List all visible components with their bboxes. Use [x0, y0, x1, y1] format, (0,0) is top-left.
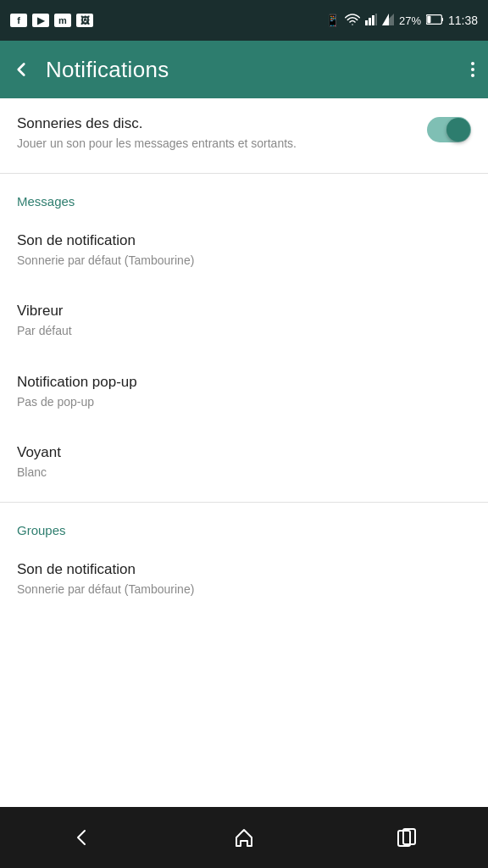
signal-icon	[365, 14, 377, 28]
dot2	[471, 68, 474, 71]
svg-rect-8	[427, 16, 430, 23]
vibreur-row[interactable]: Vibreur Par défaut	[0, 286, 488, 357]
battery-percentage: 27%	[399, 14, 421, 27]
signal2-icon	[382, 14, 394, 28]
voyant-text: Voyant Blanc	[17, 444, 471, 481]
bottom-nav	[0, 807, 488, 868]
back-button[interactable]	[10, 58, 32, 81]
status-bar-left: f ▶ m 🖼	[10, 14, 93, 27]
back-nav-button[interactable]	[56, 816, 107, 859]
notification-popup-title: Notification pop-up	[17, 374, 461, 391]
voyant-subtitle: Blanc	[17, 465, 461, 481]
dot1	[471, 62, 474, 65]
sonneries-title: Sonneries des disc.	[17, 115, 417, 132]
divider-1	[0, 173, 488, 174]
sonneries-text: Sonneries des disc. Jouer un son pour le…	[17, 115, 427, 153]
messages-son-row[interactable]: Son de notification Sonnerie par défaut …	[0, 215, 488, 287]
svg-marker-5	[382, 14, 389, 25]
groupes-section-header: Groupes	[0, 506, 488, 544]
groupes-son-title: Son de notification	[17, 561, 461, 578]
phone-icon: 📱	[325, 14, 340, 27]
battery-icon	[426, 14, 443, 27]
status-bar-right: 📱 27% 11:38	[325, 14, 478, 28]
divider-2	[0, 502, 488, 503]
youtube-icon: ▶	[32, 14, 49, 27]
messages-son-title: Son de notification	[17, 232, 461, 249]
home-nav-button[interactable]	[219, 816, 269, 859]
groupes-son-subtitle: Sonnerie par défaut (Tambourine)	[17, 581, 461, 598]
facebook-icon: f	[10, 14, 27, 27]
page-title: Notifications	[46, 57, 454, 83]
toggle-track	[427, 117, 471, 142]
messenger-icon: m	[54, 14, 71, 27]
messages-son-subtitle: Sonnerie par défaut (Tambourine)	[17, 253, 461, 270]
recents-nav-button[interactable]	[381, 816, 432, 859]
toggle-thumb	[446, 118, 470, 142]
voyant-title: Voyant	[17, 444, 461, 461]
svg-rect-7	[441, 18, 443, 21]
settings-content: Sonneries des disc. Jouer un son pour le…	[0, 98, 488, 807]
vibreur-title: Vibreur	[17, 303, 461, 320]
groupes-son-text: Son de notification Sonnerie par défaut …	[17, 561, 471, 598]
svg-rect-0	[365, 20, 368, 25]
notification-popup-text: Notification pop-up Pas de pop-up	[17, 374, 471, 411]
more-options-button[interactable]	[468, 58, 478, 81]
notification-popup-row[interactable]: Notification pop-up Pas de pop-up	[0, 357, 488, 428]
dot3	[471, 74, 474, 77]
svg-rect-3	[375, 14, 377, 25]
svg-rect-2	[372, 15, 374, 25]
sonneries-subtitle: Jouer un son pour les messages entrants …	[17, 136, 417, 153]
sonneries-row: Sonneries des disc. Jouer un son pour le…	[0, 98, 488, 170]
sonneries-toggle[interactable]	[427, 117, 471, 142]
wifi-icon	[345, 14, 360, 28]
svg-rect-1	[369, 18, 371, 25]
status-bar: f ▶ m 🖼 📱 27% 11:38	[0, 0, 488, 41]
messages-son-text: Son de notification Sonnerie par défaut …	[17, 232, 471, 270]
time-display: 11:38	[448, 14, 478, 27]
vibreur-subtitle: Par défaut	[17, 323, 461, 340]
app-bar: Notifications	[0, 41, 488, 98]
voyant-row[interactable]: Voyant Blanc	[0, 427, 488, 498]
messages-section-header: Messages	[0, 177, 488, 215]
groupes-son-row[interactable]: Son de notification Sonnerie par défaut …	[0, 544, 488, 615]
notification-popup-subtitle: Pas de pop-up	[17, 394, 461, 411]
vibreur-text: Vibreur Par défaut	[17, 303, 471, 340]
image-icon: 🖼	[76, 14, 93, 27]
